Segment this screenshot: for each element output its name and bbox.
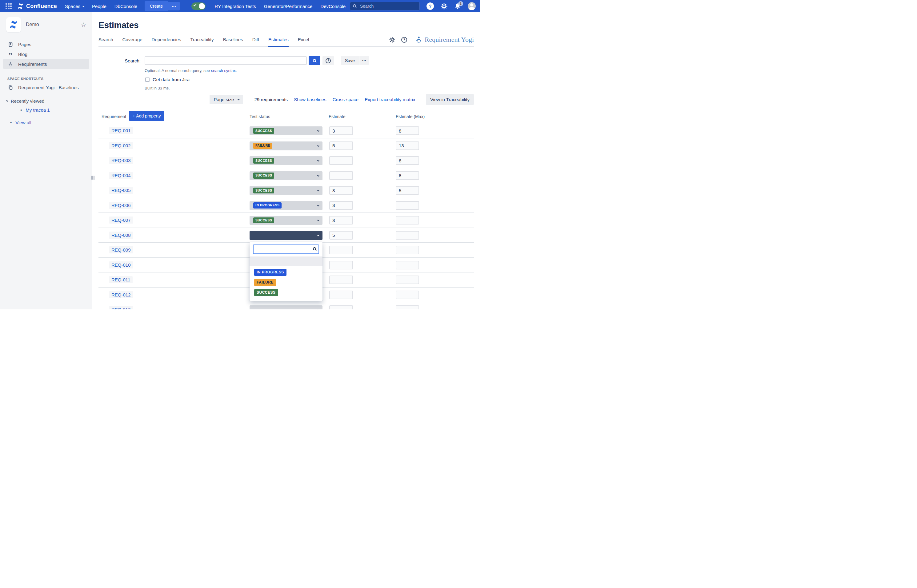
estimate-input[interactable] xyxy=(329,126,353,135)
nav-devconsole[interactable]: DevConsole xyxy=(320,4,345,9)
estimate-max-input[interactable] xyxy=(396,246,419,254)
sidebar-item-baselines-shortcut[interactable]: Requirement Yogi - Baselines xyxy=(3,82,89,92)
requirement-link[interactable]: REQ-002 xyxy=(109,142,133,149)
search-syntax-link[interactable]: search syntax xyxy=(211,68,236,73)
estimate-input[interactable] xyxy=(329,201,353,210)
view-in-traceability-button[interactable]: View in Traceability xyxy=(426,94,474,105)
requirement-link[interactable]: REQ-010 xyxy=(109,262,133,268)
profile-button[interactable] xyxy=(468,2,476,10)
nav-people[interactable]: People xyxy=(92,4,107,9)
estimate-input[interactable] xyxy=(329,171,353,180)
query-input[interactable] xyxy=(145,56,307,65)
tab-baselines[interactable]: Baselines xyxy=(223,34,243,46)
estimate-max-input[interactable] xyxy=(396,261,419,270)
requirement-link[interactable]: REQ-005 xyxy=(109,187,133,194)
estimate-max-input[interactable] xyxy=(396,142,419,150)
jira-checkbox[interactable] xyxy=(145,78,149,82)
test-status-select[interactable]: IN PROGRESS xyxy=(250,201,322,210)
sidebar-item-requirements[interactable]: Requirements xyxy=(3,59,89,69)
nav-spaces[interactable]: Spaces xyxy=(65,4,84,9)
requirement-link[interactable]: REQ-011 xyxy=(109,276,133,283)
requirement-yogi-logo[interactable]: Requirement Yogi xyxy=(415,36,474,44)
requirement-link[interactable]: REQ-007 xyxy=(109,216,133,224)
global-search-input[interactable] xyxy=(350,2,420,10)
notifications-button[interactable]: 1 xyxy=(454,3,461,10)
requirement-link[interactable]: REQ-001 xyxy=(109,127,133,134)
tab-search[interactable]: Search xyxy=(99,34,113,46)
test-status-select[interactable]: SUCCESS xyxy=(250,216,322,225)
sidebar-item-pages[interactable]: Pages xyxy=(3,39,89,49)
requirement-link[interactable]: REQ-012 xyxy=(109,291,133,298)
search-help-button[interactable]: ? xyxy=(322,56,334,65)
view-all-link[interactable]: View all xyxy=(15,120,31,125)
estimate-max-input[interactable] xyxy=(396,231,419,239)
estimate-input[interactable] xyxy=(329,186,353,195)
nav-generator-performance[interactable]: Generator/Performance xyxy=(264,4,313,9)
tab-traceability[interactable]: Traceability xyxy=(190,34,214,46)
estimate-max-input[interactable] xyxy=(396,126,419,135)
nav-dbconsole[interactable]: DbConsole xyxy=(115,4,137,9)
requirement-link[interactable]: REQ-006 xyxy=(109,202,133,209)
results-link[interactable]: Show baselines xyxy=(294,97,326,102)
sidebar-resize-handle[interactable] xyxy=(91,176,94,180)
requirement-link[interactable]: REQ-003 xyxy=(109,157,133,164)
estimate-input[interactable] xyxy=(329,261,353,270)
test-status-select[interactable] xyxy=(250,231,322,240)
tab-estimates[interactable]: Estimates xyxy=(268,34,288,47)
estimate-input[interactable] xyxy=(329,276,353,284)
test-status-select[interactable]: SUCCESS xyxy=(250,171,322,180)
estimate-input[interactable] xyxy=(329,216,353,225)
app-switcher-icon[interactable] xyxy=(5,3,12,9)
results-link[interactable]: Export traceability matrix xyxy=(365,97,415,102)
status-option-empty[interactable] xyxy=(250,257,322,267)
favorite-star-icon[interactable]: ☆ xyxy=(81,22,86,27)
nav-ry-integration-tests[interactable]: RY Integration Tests xyxy=(215,4,256,9)
estimate-max-input[interactable] xyxy=(396,216,419,225)
feature-toggle[interactable] xyxy=(191,2,206,10)
run-search-button[interactable] xyxy=(309,56,320,65)
estimate-input[interactable] xyxy=(329,246,353,254)
save-more-button[interactable]: ••• xyxy=(360,56,369,65)
space-logo[interactable] xyxy=(6,17,21,32)
help-icon[interactable]: ? xyxy=(401,37,407,43)
requirement-link[interactable]: REQ-008 xyxy=(109,231,133,239)
sidebar-item-blog[interactable]: ” Blog xyxy=(3,49,89,59)
estimate-input[interactable] xyxy=(329,291,353,299)
estimate-input[interactable] xyxy=(329,142,353,150)
estimate-max-input[interactable] xyxy=(396,305,419,309)
requirement-link[interactable]: REQ-009 xyxy=(109,246,133,254)
results-link[interactable]: Cross-space xyxy=(333,97,358,102)
tab-excel[interactable]: Excel xyxy=(298,34,309,46)
confluence-logo[interactable]: Confluence xyxy=(17,3,57,10)
estimate-max-input[interactable] xyxy=(396,156,419,165)
recent-item-link[interactable]: My tracea 1 xyxy=(26,107,50,113)
estimate-input[interactable] xyxy=(329,231,353,239)
test-status-select[interactable]: SUCCESS xyxy=(250,126,322,135)
estimate-max-input[interactable] xyxy=(396,201,419,210)
recently-viewed-toggle[interactable]: Recently viewed xyxy=(6,99,92,103)
requirement-link[interactable]: REQ-004 xyxy=(109,172,133,179)
estimate-max-input[interactable] xyxy=(396,186,419,195)
tab-diff[interactable]: Diff xyxy=(252,34,259,46)
create-button[interactable]: Create xyxy=(145,1,168,11)
test-status-select[interactable] xyxy=(250,305,322,309)
estimate-input[interactable] xyxy=(329,156,353,165)
tab-coverage[interactable]: Coverage xyxy=(123,34,143,46)
test-status-select[interactable]: FAILURE xyxy=(250,142,322,150)
status-option[interactable]: SUCCESS xyxy=(253,288,319,298)
test-status-select[interactable]: SUCCESS xyxy=(250,186,322,195)
settings-button[interactable] xyxy=(441,3,447,10)
tab-dependencies[interactable]: Dependencies xyxy=(152,34,181,46)
save-button[interactable]: Save xyxy=(341,56,359,65)
estimate-max-input[interactable] xyxy=(396,171,419,180)
add-property-button[interactable]: + Add property xyxy=(129,111,164,121)
estimate-max-input[interactable] xyxy=(396,276,419,284)
help-button[interactable]: ? xyxy=(426,2,434,10)
status-filter-input[interactable] xyxy=(253,244,319,254)
status-option[interactable]: IN PROGRESS xyxy=(253,267,319,278)
status-option[interactable]: FAILURE xyxy=(253,278,319,288)
estimate-max-input[interactable] xyxy=(396,291,419,299)
estimate-input[interactable] xyxy=(329,305,353,309)
create-more-button[interactable]: ••• xyxy=(168,2,180,10)
settings-button[interactable] xyxy=(389,37,395,43)
